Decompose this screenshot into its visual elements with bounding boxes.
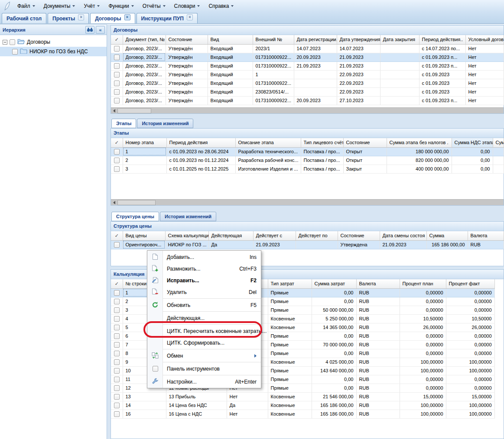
row-checkbox[interactable] xyxy=(114,359,120,365)
tree-node-contracts[interactable]: Договоры xyxy=(0,37,107,47)
sub-tab[interactable]: Этапы xyxy=(111,119,136,128)
column-header[interactable]: Сум xyxy=(493,138,504,147)
column-header[interactable]: Сумма затрат xyxy=(312,279,356,288)
row-checkbox[interactable] xyxy=(114,385,120,391)
row-checkbox[interactable] xyxy=(114,403,120,408)
scroll-left-button[interactable] xyxy=(111,108,117,114)
context-menu-item-16[interactable]: Настройки...Alt+Enter xyxy=(147,376,261,387)
tree-node-niokr[interactable]: НИОКР по ГОЗ без НДС xyxy=(0,47,107,56)
row-checkbox[interactable] xyxy=(114,46,120,52)
column-header[interactable]: Сумма НДС этапа xyxy=(452,138,493,147)
row-checkbox[interactable] xyxy=(114,351,120,356)
context-menu-item-10[interactable]: ЦИТК. Сформировать... xyxy=(147,337,261,349)
contracts-row[interactable]: Договор, 2023/...УтверждёнВходящий230823… xyxy=(111,87,504,96)
row-checkbox[interactable] xyxy=(114,411,120,417)
search-binoculars-button[interactable] xyxy=(85,26,94,34)
contracts-row[interactable]: Договор, 2023/...УтверждёнВходящий2023/1… xyxy=(111,44,504,53)
close-tab-icon[interactable]: × xyxy=(187,14,193,20)
sub-tab[interactable]: История изменений xyxy=(160,212,216,221)
column-header[interactable]: Дата регистрации. xyxy=(294,35,337,44)
row-checkbox[interactable] xyxy=(114,307,120,313)
row-checkbox[interactable] xyxy=(114,299,120,304)
menubar-item[interactable]: Функции xyxy=(104,1,138,11)
main-tab[interactable]: Проекты× xyxy=(48,13,89,23)
row-checkbox[interactable] xyxy=(114,55,120,60)
row-checkbox[interactable] xyxy=(114,72,120,77)
close-tab-icon[interactable]: × xyxy=(124,14,130,20)
context-menu-item-7[interactable]: Действующая... xyxy=(147,312,261,324)
row-checkbox[interactable] xyxy=(114,98,120,103)
column-header[interactable]: Схема калькуляци xyxy=(165,231,208,240)
price_structure-row[interactable]: Ориентировоч...НИОКР по ГОЗ ...Да21.09.2… xyxy=(111,240,504,249)
context-menu-item-3[interactable]: УдалитьDel xyxy=(147,286,261,298)
column-header[interactable]: Документ (тип, № xyxy=(123,35,166,44)
menubar-item[interactable]: Файл xyxy=(13,1,39,11)
tree-node-checkbox[interactable] xyxy=(10,39,15,45)
collapse-panel-button[interactable]: « xyxy=(96,26,105,34)
main-tab[interactable]: Договоры× xyxy=(90,13,135,23)
sub-tab[interactable]: Структура цены xyxy=(111,212,159,221)
contracts-row[interactable]: Договор, 2023/...УтверждёнВходящий017310… xyxy=(111,53,504,61)
row-checkbox[interactable] xyxy=(114,368,120,374)
column-header[interactable]: Дата закрытия xyxy=(380,35,419,44)
column-header[interactable]: Вид xyxy=(208,35,253,44)
column-header[interactable]: Сумма xyxy=(426,231,468,240)
context-menu-item-5[interactable]: ОбновитьF5 xyxy=(147,299,261,311)
context-menu-item-1[interactable]: Размножить...Ctrl+F3 xyxy=(147,263,261,274)
tree-node-checkbox[interactable] xyxy=(12,49,18,55)
menubar-item[interactable]: Справка xyxy=(204,1,238,11)
context-menu-item-14[interactable]: Панель инструментов xyxy=(147,363,261,374)
row-checkbox[interactable] xyxy=(114,394,120,400)
collapse-node-icon[interactable] xyxy=(3,40,7,45)
menubar-item[interactable]: Словари xyxy=(170,1,205,11)
calculation-row[interactable]: 1313 ПрибыльНетКосвенные21 546 000,00RUB… xyxy=(111,392,504,401)
stages-hscrollbar[interactable] xyxy=(111,199,504,205)
scrollbar-thumb[interactable] xyxy=(117,200,156,205)
calculation-row[interactable]: 1616 Цена с НДСНетКосвенные165 186 000,0… xyxy=(111,410,504,418)
row-checkbox[interactable] xyxy=(114,325,120,330)
column-header[interactable]: Действующая xyxy=(208,231,253,240)
column-header[interactable]: Описание этапа xyxy=(235,138,301,147)
column-header[interactable]: Тип затрат xyxy=(268,279,312,288)
contracts-row[interactable]: Договор, 2023/...УтверждёнВходящий017310… xyxy=(111,61,504,70)
column-header[interactable]: Условный догов xyxy=(465,35,504,44)
column-header[interactable]: Состояние xyxy=(166,35,208,44)
stages-row[interactable]: 2с 01.09.2023 по 01.12.2024Разработка ра… xyxy=(111,156,504,165)
row-checkbox[interactable] xyxy=(114,149,120,155)
column-header[interactable]: Период действия xyxy=(166,138,235,147)
column-header[interactable]: Состояние xyxy=(338,231,380,240)
column-header[interactable]: Внешний № xyxy=(253,35,294,44)
menubar-item[interactable]: Учёт xyxy=(79,1,104,11)
sub-tab[interactable]: История изменений xyxy=(137,119,193,128)
column-header[interactable]: Действует с xyxy=(253,231,296,240)
calculation-row[interactable]: 1414 Цена без НДСДаКосвенные165 186 000,… xyxy=(111,401,504,410)
column-header[interactable]: Действует по xyxy=(296,231,338,240)
column-header[interactable]: Тип лицевого счёт xyxy=(301,138,343,147)
column-header[interactable]: Процент план xyxy=(400,279,446,288)
column-header[interactable]: Валюта xyxy=(468,231,504,240)
contracts-row[interactable]: Договор, 2023/...УтверждёнВходящий017310… xyxy=(111,79,504,87)
row-checkbox[interactable] xyxy=(114,158,120,163)
main-tab[interactable]: Инструкции ПУП× xyxy=(137,13,198,23)
context-menu-item-0[interactable]: Добавить...Ins xyxy=(147,251,261,263)
row-checkbox[interactable] xyxy=(114,290,120,296)
menu-item-citk-recalc-indirect-costs[interactable]: ЦИТК. Пересчитать косвенные затраты... xyxy=(147,325,261,337)
row-checkbox[interactable] xyxy=(114,316,120,322)
menubar-item[interactable]: Документы xyxy=(39,1,80,11)
row-checkbox[interactable] xyxy=(114,242,120,248)
stages-row[interactable]: 3с 01.01.2025 по 01.12.2025Изготовление … xyxy=(111,165,504,173)
column-header[interactable]: Номер этапа xyxy=(123,138,166,147)
column-header[interactable]: Сумма этапа без налогов . xyxy=(387,138,452,147)
scrollbar-thumb[interactable] xyxy=(117,108,151,113)
close-tab-icon[interactable]: × xyxy=(78,14,84,20)
row-checkbox[interactable] xyxy=(114,377,120,382)
contracts-row[interactable]: Договор, 2023/...УтверждёнВходящий122.09… xyxy=(111,70,504,79)
column-header[interactable]: Валюта xyxy=(356,279,400,288)
stages-row[interactable]: 1с 01.09.2023 по 28.06.2024Разработка те… xyxy=(111,147,504,156)
contracts-row[interactable]: Договор, 2023/...УтверждёнВходящий017310… xyxy=(111,96,504,105)
column-header[interactable]: Дата смены состоя xyxy=(380,231,426,240)
column-header[interactable]: Процент факт xyxy=(446,279,494,288)
main-tab[interactable]: Рабочий стол xyxy=(2,13,46,23)
row-checkbox[interactable] xyxy=(114,342,120,348)
row-checkbox[interactable] xyxy=(114,166,120,172)
